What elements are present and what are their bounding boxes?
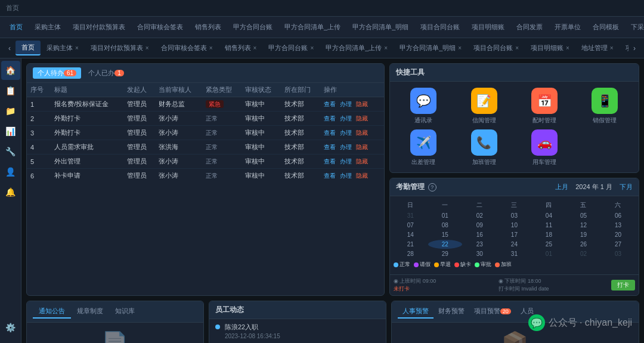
top-nav-project-detail[interactable]: 项目明细账 bbox=[467, 20, 509, 34]
tool-schedule[interactable]: 📅 配时管理 bbox=[516, 88, 572, 125]
punch-button[interactable]: 打卡 bbox=[611, 280, 635, 291]
action-handle[interactable]: 办理 bbox=[340, 144, 352, 150]
close-icon[interactable]: × bbox=[253, 45, 257, 51]
cal-day[interactable]: 03 bbox=[601, 249, 635, 258]
sidebar-logout[interactable]: ↩ bbox=[1, 338, 20, 343]
action-hide[interactable]: 隐藏 bbox=[356, 144, 368, 150]
cal-day[interactable]: 23 bbox=[463, 240, 497, 249]
warning-tab-person[interactable]: 人员 bbox=[516, 305, 538, 319]
action-handle[interactable]: 办理 bbox=[340, 158, 352, 165]
top-nav-billing[interactable]: 开票单位 bbox=[550, 20, 586, 34]
top-nav-purchase-order[interactable]: 下采单 bbox=[626, 20, 644, 34]
cal-day[interactable]: 18 bbox=[532, 230, 566, 239]
action-view[interactable]: 查看 bbox=[324, 129, 336, 136]
action-handle[interactable]: 办理 bbox=[340, 101, 352, 107]
cal-day[interactable]: 11 bbox=[532, 221, 566, 230]
action-hide[interactable]: 隐藏 bbox=[356, 158, 368, 165]
sidebar-settings[interactable]: ⚙️ bbox=[1, 318, 20, 337]
close-icon[interactable]: × bbox=[145, 45, 149, 51]
top-nav-budget[interactable]: 项目对付款预算表 bbox=[68, 20, 130, 34]
close-icon[interactable]: × bbox=[566, 45, 569, 51]
top-nav-home[interactable]: 首页 bbox=[5, 20, 27, 34]
second-nav-project-detail2[interactable]: 项目明细账 × bbox=[525, 41, 575, 55]
action-hide[interactable]: 隐藏 bbox=[356, 101, 368, 107]
cal-day[interactable]: 20 bbox=[601, 230, 635, 239]
warning-tab-finance[interactable]: 财务预警 bbox=[434, 305, 469, 319]
action-hide[interactable]: 隐藏 bbox=[356, 115, 368, 122]
notice-tab-announcement[interactable]: 通知公告 bbox=[33, 305, 71, 319]
cal-day[interactable]: 27 bbox=[601, 240, 635, 249]
action-handle[interactable]: 办理 bbox=[340, 172, 352, 179]
top-nav-sales[interactable]: 销售列表 bbox=[190, 20, 226, 34]
cal-day[interactable]: 31 bbox=[497, 249, 531, 258]
cal-prev-btn[interactable]: 上月 bbox=[555, 183, 568, 191]
cal-day[interactable]: 04 bbox=[532, 211, 566, 220]
cal-day[interactable]: 02 bbox=[463, 211, 497, 220]
cal-day[interactable]: 31 bbox=[394, 211, 428, 220]
breadcrumb-home[interactable]: 首页 bbox=[6, 4, 19, 13]
second-nav-member2[interactable]: 项目人员 × bbox=[620, 41, 628, 55]
second-nav-purchase[interactable]: 采购主体 × bbox=[41, 41, 85, 55]
nav-next-arrow[interactable]: › bbox=[628, 42, 640, 54]
close-icon[interactable]: × bbox=[75, 45, 79, 51]
tasks-table-scroll[interactable]: 序号 标题 发起人 当前审核人 紧急类型 审核状态 所在部门 操作 bbox=[27, 83, 384, 178]
warning-tab-project[interactable]: 项目预警20 bbox=[469, 305, 516, 319]
action-hide[interactable]: 隐藏 bbox=[356, 129, 368, 136]
warning-tab-hr[interactable]: 人事预警 bbox=[398, 305, 434, 319]
second-nav-address2[interactable]: 地址管理 × bbox=[575, 41, 620, 55]
cal-day[interactable]: 29 bbox=[428, 249, 462, 258]
second-nav-contract-review2[interactable]: 合同审核会签表 × bbox=[155, 41, 219, 55]
tab-done[interactable]: 个人已办1 bbox=[83, 67, 129, 79]
cal-day[interactable]: 01 bbox=[532, 249, 566, 258]
cal-day[interactable]: 08 bbox=[428, 221, 462, 230]
top-nav-party-a-upload[interactable]: 甲方合同清单_上传 bbox=[280, 20, 345, 34]
tab-pending[interactable]: 个人待办61 bbox=[33, 67, 81, 79]
tool-overtime[interactable]: 📞 加班管理 bbox=[456, 129, 512, 166]
sidebar-file[interactable]: 📁 bbox=[1, 101, 20, 120]
cal-day[interactable]: 25 bbox=[532, 240, 566, 249]
second-nav-partya-upload2[interactable]: 甲方合同清单_上传 × bbox=[320, 41, 394, 55]
action-hide[interactable]: 隐藏 bbox=[356, 172, 368, 179]
tool-car[interactable]: 🚗 用车管理 bbox=[516, 129, 572, 166]
close-icon[interactable]: × bbox=[209, 45, 213, 51]
tool-travel[interactable]: ✈️ 出差管理 bbox=[396, 129, 451, 166]
cal-day[interactable]: 21 bbox=[394, 240, 428, 249]
nav-prev-arrow[interactable]: ‹ bbox=[4, 42, 16, 54]
cal-day[interactable]: 01 bbox=[428, 211, 462, 220]
second-nav-home[interactable]: 首页 bbox=[16, 41, 41, 55]
cal-day[interactable]: 28 bbox=[394, 249, 428, 258]
cal-day[interactable]: 26 bbox=[566, 240, 600, 249]
cal-day[interactable]: 16 bbox=[463, 230, 497, 239]
top-nav-party-a[interactable]: 甲方合同台账 bbox=[228, 20, 277, 34]
top-nav-project-contract[interactable]: 项目合同台账 bbox=[416, 20, 465, 34]
close-icon[interactable]: × bbox=[458, 45, 462, 51]
action-handle[interactable]: 办理 bbox=[340, 115, 352, 122]
top-nav-template[interactable]: 合同模板 bbox=[588, 20, 624, 34]
cal-day[interactable]: 12 bbox=[566, 221, 600, 230]
cal-day[interactable]: 24 bbox=[497, 240, 531, 249]
cal-day[interactable]: 15 bbox=[428, 230, 462, 239]
close-icon[interactable]: × bbox=[310, 45, 314, 51]
cal-day[interactable]: 13 bbox=[601, 221, 635, 230]
cal-next-btn[interactable]: 下月 bbox=[620, 183, 633, 191]
second-nav-project2[interactable]: 项目合同台账 × bbox=[467, 41, 525, 55]
close-icon[interactable]: × bbox=[515, 45, 519, 51]
cal-day[interactable]: 10 bbox=[497, 221, 531, 230]
action-view[interactable]: 查看 bbox=[324, 144, 336, 150]
sidebar-report[interactable]: 📊 bbox=[1, 122, 20, 141]
cal-day[interactable]: 07 bbox=[394, 221, 428, 230]
action-handle[interactable]: 办理 bbox=[340, 129, 352, 136]
cal-day[interactable]: 17 bbox=[497, 230, 531, 239]
second-nav-budget2[interactable]: 项目对付款预算表 × bbox=[85, 41, 155, 55]
top-nav-invoice[interactable]: 合同发票 bbox=[512, 20, 547, 34]
cal-day[interactable]: 03 bbox=[497, 211, 531, 220]
cal-day[interactable]: 02 bbox=[566, 249, 600, 258]
notice-tab-rules[interactable]: 规章制度 bbox=[71, 305, 109, 319]
cal-day[interactable]: 05 bbox=[566, 211, 600, 220]
sidebar-contract[interactable]: 📋 bbox=[1, 81, 20, 100]
action-view[interactable]: 查看 bbox=[324, 172, 336, 179]
sidebar-tool[interactable]: 🔧 bbox=[1, 142, 20, 161]
notice-tab-knowledge[interactable]: 知识库 bbox=[109, 305, 141, 319]
action-view[interactable]: 查看 bbox=[324, 101, 336, 107]
cal-day[interactable]: 09 bbox=[463, 221, 497, 230]
